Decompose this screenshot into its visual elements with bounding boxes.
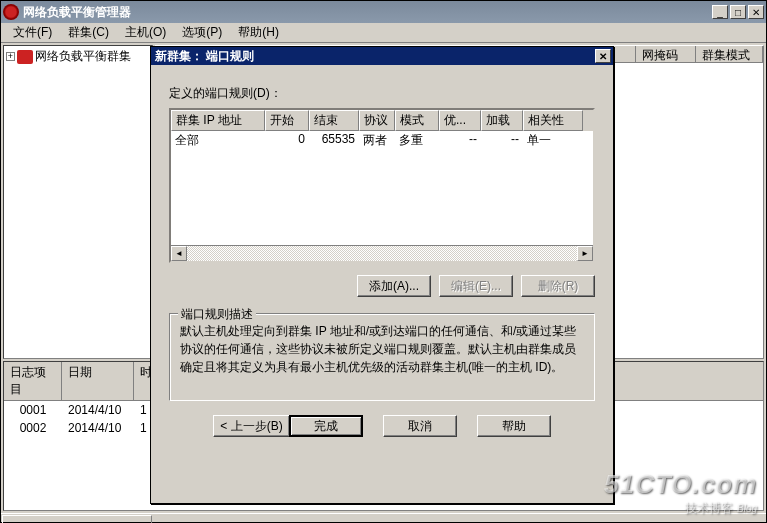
menu-file[interactable]: 文件(F) xyxy=(5,22,60,43)
grid-header-start[interactable]: 开始 xyxy=(265,110,309,131)
log-header-date[interactable]: 日期 xyxy=(62,362,134,400)
rule-description-group: 端口规则描述 默认主机处理定向到群集 IP 地址和/或到达端口的任何通信、和/或… xyxy=(169,313,595,401)
right-header-netmask[interactable]: 网掩码 xyxy=(636,46,696,62)
app-icon xyxy=(3,4,19,20)
close-button[interactable]: ✕ xyxy=(748,5,764,19)
grid-header-mode[interactable]: 模式 xyxy=(395,110,439,131)
menu-cluster[interactable]: 群集(C) xyxy=(60,22,117,43)
group-title: 端口规则描述 xyxy=(178,306,256,323)
defined-rules-label: 定义的端口规则(D)： xyxy=(169,85,595,102)
tree-panel: + 网络负载平衡群集 xyxy=(3,45,153,359)
grid-header-priority[interactable]: 优... xyxy=(439,110,481,131)
menu-host[interactable]: 主机(O) xyxy=(117,22,174,43)
back-button[interactable]: < 上一步(B) xyxy=(213,415,288,437)
rules-grid: 群集 IP 地址 开始 结束 协议 模式 优... 加载 相关性 全部 0 65… xyxy=(169,108,595,263)
remove-button: 删除(R) xyxy=(521,275,595,297)
menu-options[interactable]: 选项(P) xyxy=(174,22,230,43)
grid-header-load[interactable]: 加载 xyxy=(481,110,523,131)
dialog-close-button[interactable]: ✕ xyxy=(595,49,611,63)
dialog-title: 新群集： 端口规则 xyxy=(153,48,595,65)
menubar: 文件(F) 群集(C) 主机(O) 选项(P) 帮助(H) xyxy=(1,23,766,43)
grid-header-proto[interactable]: 协议 xyxy=(359,110,395,131)
scroll-track[interactable] xyxy=(187,246,577,261)
grid-header-end[interactable]: 结束 xyxy=(309,110,359,131)
main-titlebar: 网络负载平衡管理器 _ □ ✕ xyxy=(1,1,766,23)
wizard-buttons: < 上一步(B) 完成 取消 帮助 xyxy=(169,415,595,437)
help-button[interactable]: 帮助 xyxy=(477,415,551,437)
grid-body: 全部 0 65535 两者 多重 -- -- 单一 xyxy=(171,131,593,245)
port-rules-dialog: 新群集： 端口规则 ✕ 定义的端口规则(D)： 群集 IP 地址 开始 结束 协… xyxy=(150,46,614,504)
statusbar xyxy=(1,513,766,523)
right-header-mode[interactable]: 群集模式 xyxy=(696,46,763,62)
menu-help[interactable]: 帮助(H) xyxy=(230,22,287,43)
cancel-button[interactable]: 取消 xyxy=(383,415,457,437)
window-title: 网络负载平衡管理器 xyxy=(23,4,712,21)
grid-h-scrollbar[interactable]: ◄ ► xyxy=(171,245,593,261)
tree-cluster-icon xyxy=(17,50,33,64)
statusbar-cell xyxy=(2,515,152,523)
scroll-right-icon[interactable]: ► xyxy=(577,246,593,261)
grid-header-ip[interactable]: 群集 IP 地址 xyxy=(171,110,265,131)
maximize-button[interactable]: □ xyxy=(730,5,746,19)
edit-button: 编辑(E)... xyxy=(439,275,513,297)
grid-header-affinity[interactable]: 相关性 xyxy=(523,110,583,131)
finish-button[interactable]: 完成 xyxy=(289,415,363,437)
scroll-left-icon[interactable]: ◄ xyxy=(171,246,187,261)
tree-expand-icon[interactable]: + xyxy=(6,52,15,61)
log-header-item[interactable]: 日志项目 xyxy=(4,362,62,400)
dialog-titlebar: 新群集： 端口规则 ✕ xyxy=(151,47,613,65)
tree-root-row[interactable]: + 网络负载平衡群集 xyxy=(6,48,150,65)
grid-header-row: 群集 IP 地址 开始 结束 协议 模式 优... 加载 相关性 xyxy=(171,110,593,131)
minimize-button[interactable]: _ xyxy=(712,5,728,19)
rule-description-text: 默认主机处理定向到群集 IP 地址和/或到达端口的任何通信、和/或通过某些协议的… xyxy=(180,322,584,376)
grid-row[interactable]: 全部 0 65535 两者 多重 -- -- 单一 xyxy=(171,131,593,150)
tree-root-label: 网络负载平衡群集 xyxy=(35,48,131,65)
add-button[interactable]: 添加(A)... xyxy=(357,275,431,297)
